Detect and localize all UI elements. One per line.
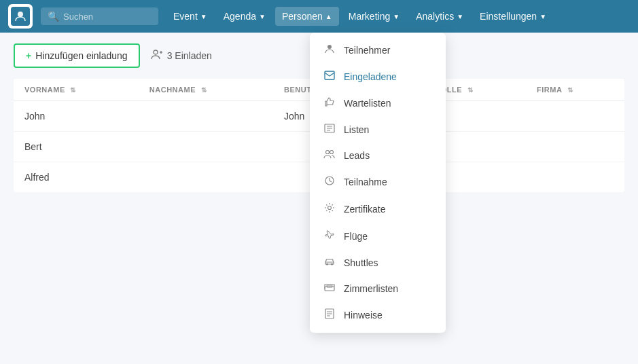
thumbsup-icon xyxy=(323,96,336,110)
invite-icon xyxy=(151,49,163,62)
email-icon xyxy=(323,71,336,83)
svg-rect-2 xyxy=(325,71,334,79)
search-input[interactable] xyxy=(63,12,152,22)
nav-label-agenda: Agenda xyxy=(224,11,256,22)
menu-label-zertifikate: Zertifikate xyxy=(344,204,385,215)
nav-item-analytics[interactable]: Analytics ▼ xyxy=(409,7,470,26)
plane-icon xyxy=(323,230,336,243)
car-icon xyxy=(323,257,336,269)
nav-label-marketing: Marketing xyxy=(349,11,390,22)
nav-item-marketing[interactable]: Marketing ▼ xyxy=(342,7,406,26)
menu-label-shuttles: Shuttles xyxy=(344,257,378,268)
sort-icon: ⇅ xyxy=(467,86,474,94)
cell-firma xyxy=(526,132,624,162)
cell-vorname: John xyxy=(14,101,139,132)
menu-label-zimmerlisten: Zimmerlisten xyxy=(344,283,398,294)
menu-label-wartelisten: Wartelisten xyxy=(344,98,391,109)
nav-item-event[interactable]: Event ▼ xyxy=(166,7,214,26)
menu-item-eingeladene[interactable]: Eingeladene xyxy=(310,64,446,90)
search-box[interactable]: 🔍 xyxy=(41,7,158,25)
nav-item-agenda[interactable]: Agenda ▼ xyxy=(217,7,272,26)
list-icon xyxy=(323,124,336,136)
navbar: 🔍 Event ▼ Agenda ▼ Personen ▲ Marketing … xyxy=(0,0,638,33)
add-button-label: Hinzufügen einladung xyxy=(35,50,127,61)
sort-icon: ⇅ xyxy=(201,86,207,94)
add-invite-button[interactable]: + Hinzufügen einladung xyxy=(14,43,140,68)
cell-vorname: Bert xyxy=(14,132,139,162)
menu-item-listen[interactable]: Listen xyxy=(310,117,446,143)
svg-point-7 xyxy=(326,151,330,154)
chevron-up-icon: ▲ xyxy=(325,13,332,20)
sort-icon: ⇅ xyxy=(70,86,76,94)
menu-label-listen: Listen xyxy=(344,124,369,135)
person-icon xyxy=(323,43,336,57)
menu-label-eingeladene: Eingeladene xyxy=(344,71,397,82)
cell-firma xyxy=(526,162,624,193)
menu-label-fluege: Flüge xyxy=(344,231,368,242)
search-icon: 🔍 xyxy=(48,11,59,22)
nav-label-einstellungen: Einstellungen xyxy=(480,11,537,22)
chevron-down-icon: ▼ xyxy=(539,13,546,20)
cell-nachname xyxy=(139,132,273,162)
col-header-nachname[interactable]: NACHNAME ⇅ xyxy=(139,79,273,101)
menu-item-wartelisten[interactable]: Wartelisten xyxy=(310,90,446,117)
svg-point-10 xyxy=(328,206,332,210)
svg-point-12 xyxy=(331,263,333,266)
menu-item-fluege[interactable]: Flüge xyxy=(310,223,446,250)
svg-point-0 xyxy=(18,12,23,17)
menu-item-zimmerlisten[interactable]: Zimmerlisten xyxy=(310,276,446,302)
attendance-icon xyxy=(323,175,336,189)
svg-point-1 xyxy=(327,45,332,49)
nav-item-personen[interactable]: Personen ▲ xyxy=(275,7,339,26)
col-header-vorname[interactable]: VORNAME ⇅ xyxy=(14,79,139,101)
col-header-firma[interactable]: FIRMA ⇅ xyxy=(526,79,624,101)
menu-label-teilnehmer: Teilnehmer xyxy=(344,45,390,56)
group-icon xyxy=(323,149,336,162)
invite-count: 3 Einladen xyxy=(151,49,212,62)
cell-firma xyxy=(526,101,624,132)
menu-item-hinweise[interactable]: Hinweise xyxy=(310,302,446,329)
notes-icon xyxy=(323,308,336,322)
menu-item-zertifikate[interactable]: Zertifikate xyxy=(310,196,446,223)
invite-count-label: 3 Einladen xyxy=(167,50,212,61)
bed-icon xyxy=(323,283,336,295)
menu-label-leads: Leads xyxy=(344,150,370,161)
chevron-down-icon: ▼ xyxy=(393,13,400,20)
app-logo[interactable] xyxy=(8,4,33,29)
gear-icon xyxy=(323,202,336,216)
nav-label-analytics: Analytics xyxy=(416,11,454,22)
cell-vorname: Alfred xyxy=(14,162,139,193)
logo-icon xyxy=(11,7,30,26)
menu-item-shuttles[interactable]: Shuttles xyxy=(310,250,446,276)
menu-item-teilnehmer[interactable]: Teilnehmer xyxy=(310,37,446,64)
svg-point-8 xyxy=(330,151,334,154)
menu-label-teilnahme: Teilnahme xyxy=(344,177,387,187)
svg-point-20 xyxy=(154,50,158,54)
menu-label-hinweise: Hinweise xyxy=(344,310,383,321)
nav-label-event: Event xyxy=(173,11,198,22)
personen-dropdown: Teilnehmer Eingeladene Wartelisten Liste… xyxy=(310,33,446,333)
svg-point-11 xyxy=(326,263,328,266)
cell-nachname xyxy=(139,101,273,132)
nav-label-personen: Personen xyxy=(282,11,323,22)
menu-item-leads[interactable]: Leads xyxy=(310,143,446,168)
menu-item-teilnahme[interactable]: Teilnahme xyxy=(310,168,446,196)
plus-icon: + xyxy=(26,50,31,61)
nav-item-einstellungen[interactable]: Einstellungen ▼ xyxy=(473,7,553,26)
chevron-down-icon: ▼ xyxy=(259,13,266,20)
chevron-down-icon: ▼ xyxy=(200,13,207,20)
sort-icon: ⇅ xyxy=(567,86,573,94)
chevron-down-icon: ▼ xyxy=(457,13,463,20)
cell-nachname xyxy=(139,162,273,193)
